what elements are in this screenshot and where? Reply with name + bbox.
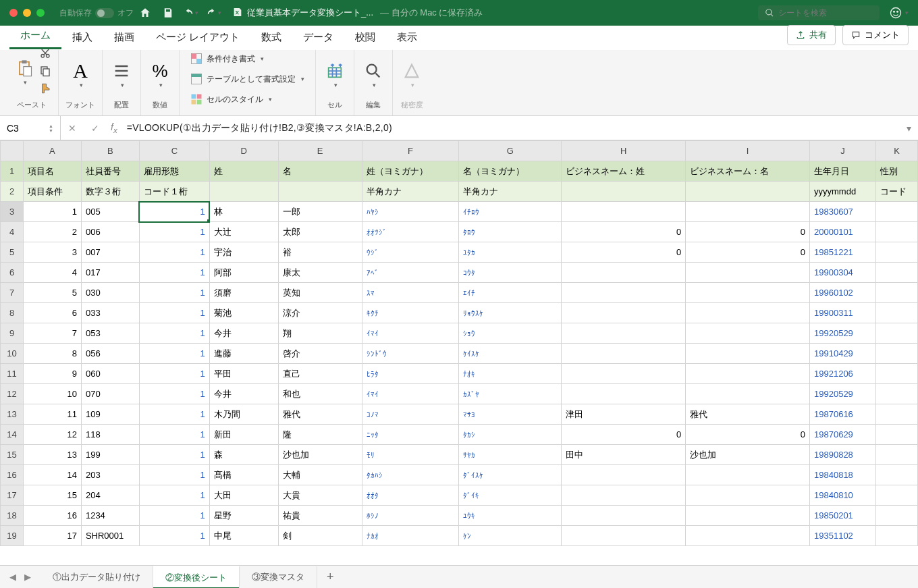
cell[interactable]: 19840810 xyxy=(810,485,876,506)
comment-button[interactable]: コメント xyxy=(842,25,909,45)
cell[interactable]: ﾘｮｳｽｹ xyxy=(459,303,562,323)
tab-home[interactable]: ホーム xyxy=(9,24,61,49)
col-header[interactable]: E xyxy=(278,141,362,161)
autosave-toggle[interactable]: 自動保存 オフ xyxy=(59,7,134,19)
cell[interactable]: 056 xyxy=(81,344,139,364)
cell[interactable]: 髙橋 xyxy=(209,465,278,485)
cell[interactable] xyxy=(875,364,917,384)
cell[interactable]: 11 xyxy=(23,404,81,425)
row-header[interactable]: 19 xyxy=(1,526,24,546)
cell[interactable] xyxy=(875,506,917,526)
cell[interactable]: 涼介 xyxy=(278,303,362,323)
cell[interactable]: ｽﾏ xyxy=(362,283,459,303)
cell[interactable] xyxy=(875,303,917,323)
cell[interactable]: ｵｵﾂｼﾞ xyxy=(362,222,459,242)
cell[interactable]: ｲﾏｲ xyxy=(362,323,459,344)
cell[interactable]: ﾋﾗﾀ xyxy=(362,364,459,384)
col-header[interactable]: A xyxy=(23,141,81,161)
header-cell[interactable] xyxy=(278,182,362,202)
cell[interactable] xyxy=(875,283,917,303)
cell[interactable]: 1 xyxy=(139,526,209,546)
cell[interactable]: SHR0001 xyxy=(81,526,139,546)
namebox-stepper-icon[interactable]: ▲▼ xyxy=(49,124,53,133)
cell[interactable]: 0 xyxy=(686,222,810,242)
cell-style-button[interactable]: セルのスタイル▾ xyxy=(186,91,276,107)
cell[interactable] xyxy=(562,526,686,546)
cell[interactable]: 007 xyxy=(81,242,139,263)
cell[interactable]: 0 xyxy=(686,242,810,263)
cell[interactable]: 13 xyxy=(23,445,81,465)
tab-insert[interactable]: 挿入 xyxy=(61,26,103,49)
cell[interactable]: 005 xyxy=(81,202,139,222)
cell[interactable]: 203 xyxy=(81,465,139,485)
header-cell[interactable]: ビジネスネーム：名 xyxy=(686,161,810,182)
sheet-prev-icon[interactable]: ◀ xyxy=(9,572,16,582)
cell[interactable]: 017 xyxy=(81,263,139,283)
font-button[interactable]: A▾ xyxy=(68,59,92,91)
cell[interactable]: 林 xyxy=(209,202,278,222)
cell[interactable] xyxy=(875,222,917,242)
cell[interactable]: 木乃間 xyxy=(209,404,278,425)
row-header[interactable]: 1 xyxy=(1,161,24,182)
cell[interactable]: ｹｲｽｹ xyxy=(459,344,562,364)
cell[interactable]: 1 xyxy=(139,303,209,323)
cell[interactable]: 1 xyxy=(139,364,209,384)
cell[interactable]: 1234 xyxy=(81,506,139,526)
cell[interactable] xyxy=(875,445,917,465)
cell[interactable]: 進藤 xyxy=(209,344,278,364)
cell[interactable]: 平田 xyxy=(209,364,278,384)
header-cell[interactable]: コード xyxy=(875,182,917,202)
sheet-tab-2[interactable]: ②変換後シート xyxy=(153,566,240,589)
sheet-tab-3[interactable]: ③変換マスタ xyxy=(240,566,317,588)
cut-icon[interactable] xyxy=(39,47,51,62)
cell[interactable] xyxy=(875,263,917,283)
cell[interactable]: ﾀｶｼ xyxy=(459,425,562,445)
tab-review[interactable]: 校閲 xyxy=(344,26,386,49)
cell[interactable]: 直己 xyxy=(278,364,362,384)
header-cell[interactable]: 名 xyxy=(278,161,362,182)
col-header[interactable]: K xyxy=(875,141,917,161)
cell[interactable]: 8 xyxy=(23,344,81,364)
maximize-window-icon[interactable] xyxy=(36,9,45,17)
cell[interactable]: 1 xyxy=(139,465,209,485)
cell[interactable]: 1 xyxy=(139,404,209,425)
header-cell[interactable]: ビジネスネーム：姓 xyxy=(562,161,686,182)
cell[interactable]: 3 xyxy=(23,242,81,263)
cell[interactable]: 12 xyxy=(23,425,81,445)
cond-format-button[interactable]: 条件付き書式▾ xyxy=(186,51,268,67)
col-header[interactable]: J xyxy=(810,141,876,161)
cell[interactable]: 0 xyxy=(562,242,686,263)
cell[interactable]: 大貴 xyxy=(278,485,362,506)
format-painter-icon[interactable] xyxy=(39,82,51,97)
cell[interactable]: ｵｵﾀ xyxy=(362,485,459,506)
cell[interactable]: 1 xyxy=(139,485,209,506)
cell[interactable] xyxy=(875,344,917,364)
row-header[interactable]: 7 xyxy=(1,283,24,303)
cell[interactable]: 祐貴 xyxy=(278,506,362,526)
align-button[interactable]: ▾ xyxy=(109,59,134,91)
cell[interactable]: ｶｽﾞﾔ xyxy=(459,384,562,404)
cell[interactable] xyxy=(875,323,917,344)
cell[interactable] xyxy=(875,526,917,546)
row-header[interactable]: 14 xyxy=(1,425,24,445)
cell[interactable]: 翔 xyxy=(278,323,362,344)
cell[interactable] xyxy=(686,283,810,303)
cell[interactable]: 118 xyxy=(81,425,139,445)
cell[interactable]: ﾎｼﾉ xyxy=(362,506,459,526)
cell[interactable] xyxy=(875,404,917,425)
cell[interactable]: 006 xyxy=(81,222,139,242)
cell[interactable]: 199 xyxy=(81,445,139,465)
cell[interactable] xyxy=(562,485,686,506)
row-header[interactable]: 2 xyxy=(1,182,24,202)
cell[interactable]: ｺﾉﾏ xyxy=(362,404,459,425)
cell[interactable]: ｹﾝ xyxy=(459,526,562,546)
cell[interactable]: 1 xyxy=(139,222,209,242)
cell[interactable]: 19870629 xyxy=(810,425,876,445)
cell[interactable] xyxy=(562,283,686,303)
cell[interactable]: 隆 xyxy=(278,425,362,445)
cell[interactable]: ﾀﾞｲｷ xyxy=(459,485,562,506)
cell[interactable]: 雅代 xyxy=(278,404,362,425)
cell[interactable]: 19900311 xyxy=(810,303,876,323)
row-header[interactable]: 5 xyxy=(1,242,24,263)
cell[interactable]: ｻﾔｶ xyxy=(459,445,562,465)
